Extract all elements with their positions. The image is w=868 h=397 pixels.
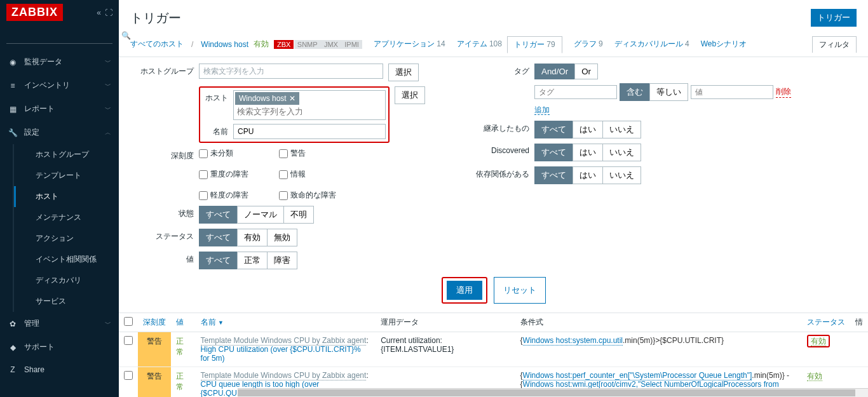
select-all-checkbox[interactable]: [124, 317, 133, 326]
reset-button[interactable]: リセット: [494, 277, 546, 304]
tab-items[interactable]: アイテム 108: [457, 39, 502, 50]
value-ok[interactable]: 正常: [237, 252, 268, 269]
status-link[interactable]: 有効: [807, 372, 822, 381]
row-checkbox[interactable]: [124, 336, 133, 345]
discovered-yes[interactable]: はい: [573, 144, 603, 161]
state-all[interactable]: すべて: [199, 206, 238, 224]
depends-no[interactable]: いいえ: [602, 166, 641, 184]
host-chip: Windows host ✕: [235, 92, 299, 105]
host-select-button[interactable]: 選択: [395, 86, 425, 104]
depends-yes[interactable]: はい: [573, 166, 603, 184]
tag-name-input[interactable]: [534, 85, 617, 99]
scrollbar-thumb[interactable]: [238, 389, 855, 396]
crumb-host[interactable]: Windows host: [201, 40, 248, 49]
chk-warning[interactable]: 警告: [279, 148, 349, 159]
template-link[interactable]: Template Module Windows CPU by Zabbix ag…: [201, 371, 367, 380]
apply-button[interactable]: 適用: [447, 281, 482, 300]
tab-graphs[interactable]: グラフ 9: [574, 39, 603, 50]
status-link[interactable]: 有効: [811, 337, 826, 346]
state-normal[interactable]: ノーマル: [237, 206, 284, 224]
host-input[interactable]: [235, 105, 384, 118]
sidebar-item-actions[interactable]: アクション: [14, 228, 119, 249]
status-group: すべて 有効 無効: [199, 229, 297, 246]
hostgroup-input[interactable]: [199, 64, 383, 79]
tag-value-input[interactable]: [691, 85, 773, 99]
tag-andor[interactable]: And/Or: [534, 64, 575, 79]
sidebar-item-correlation[interactable]: イベント相関関係: [14, 249, 119, 270]
chk-info[interactable]: 情報: [279, 169, 349, 180]
inherited-yes[interactable]: はい: [573, 121, 603, 138]
list-icon: ≡: [8, 81, 18, 90]
name-cell: Template Module Windows CPU by Zabbix ag…: [196, 332, 376, 367]
chart-icon: ▦: [8, 105, 18, 114]
tab-filter[interactable]: フィルタ: [812, 36, 857, 53]
sidebar-item-discovery[interactable]: ディスカバリ: [14, 270, 119, 291]
status-highlight: 有効: [807, 335, 830, 347]
sidebar-item-maintenance[interactable]: メンテナンス: [14, 207, 119, 228]
tab-discovery[interactable]: ディスカバリルール 4: [614, 39, 689, 50]
badge-snmp: SNMP: [294, 40, 321, 49]
horizontal-scrollbar[interactable]: [238, 388, 868, 397]
severity-checks: 未分類 警告 重度の障害 情報 軽度の障害 致命的な障害: [199, 148, 428, 201]
sidebar-item-services[interactable]: サービス: [14, 291, 119, 312]
name-input[interactable]: [233, 124, 386, 139]
trigger-link[interactable]: High CPU utilization (over {$CPU.UTIL.CR…: [201, 345, 361, 363]
chk-high[interactable]: 重度の障害: [199, 169, 269, 180]
tab-web[interactable]: Webシナリオ: [701, 39, 747, 50]
chk-disaster[interactable]: 致命的な障害: [279, 190, 349, 201]
create-trigger-button[interactable]: トリガー: [811, 9, 857, 27]
sidebar-toggle[interactable]: « ⛶: [97, 8, 112, 17]
discovered-no[interactable]: いいえ: [602, 144, 641, 161]
chk-notclassified[interactable]: 未分類: [199, 148, 269, 159]
expr-function-link[interactable]: Windows host:system.cpu.util: [523, 336, 623, 346]
severity-cell: 警告: [138, 332, 171, 367]
crumb-all-hosts[interactable]: すべてのホスト: [130, 39, 184, 50]
remove-host-icon[interactable]: ✕: [289, 94, 295, 103]
filter-panel: ホストグループ 選択 ホスト Windows host: [119, 57, 868, 313]
search-input[interactable]: [6, 29, 119, 43]
tag-add-link[interactable]: 追加: [534, 105, 550, 115]
discovered-all[interactable]: すべて: [534, 144, 573, 161]
nav-configuration[interactable]: 🔧 設定 ︿: [0, 121, 119, 144]
eye-icon: ◉: [8, 58, 18, 67]
row-checkbox[interactable]: [124, 371, 133, 380]
page-header: トリガー トリガー: [119, 0, 868, 32]
inherited-all[interactable]: すべて: [534, 121, 573, 138]
col-severity[interactable]: 深刻度: [138, 313, 171, 332]
col-status[interactable]: ステータス: [802, 313, 850, 332]
sidebar-search[interactable]: 🔍: [6, 29, 112, 44]
share-icon: Z: [8, 365, 18, 374]
inherited-no[interactable]: いいえ: [602, 121, 641, 138]
status-disabled[interactable]: 無効: [267, 229, 297, 246]
nav-support[interactable]: ◆ サポート: [0, 335, 119, 359]
hostgroup-select-button[interactable]: 選択: [388, 64, 419, 81]
nav-administration[interactable]: ✿ 管理 ﹀: [0, 312, 119, 335]
nav-share[interactable]: Z Share: [0, 359, 119, 380]
sidebar-item-templates[interactable]: テンプレート: [14, 165, 119, 186]
state-unknown[interactable]: 不明: [283, 206, 314, 224]
nav-label: サポート: [24, 342, 55, 353]
sidebar-item-hostgroups[interactable]: ホストグループ: [14, 144, 119, 165]
status-enabled[interactable]: 有効: [237, 229, 268, 246]
tag-delete-link[interactable]: 削除: [776, 86, 791, 98]
state-group: すべて ノーマル 不明: [199, 206, 314, 224]
nav-reports[interactable]: ▦ レポート ﹀: [0, 97, 119, 121]
depends-all[interactable]: すべて: [534, 166, 573, 184]
host-name-highlight: ホスト Windows host ✕ 名前: [199, 86, 390, 143]
col-value[interactable]: 値: [171, 313, 196, 332]
tag-contains[interactable]: 含む: [620, 83, 650, 101]
tab-applications[interactable]: アプリケーション 14: [374, 39, 445, 50]
tag-or[interactable]: Or: [574, 64, 598, 79]
template-link[interactable]: Template Module Windows CPU by Zabbix ag…: [201, 336, 367, 346]
chk-average[interactable]: 軽度の障害: [199, 190, 269, 201]
value-all[interactable]: すべて: [199, 252, 238, 269]
nav-monitoring[interactable]: ◉ 監視データ ﹀: [0, 50, 119, 74]
status-all[interactable]: すべて: [199, 229, 238, 246]
tag-equals[interactable]: 等しい: [649, 83, 688, 101]
col-name[interactable]: 名前 ▼: [196, 313, 376, 332]
value-problem[interactable]: 障害: [267, 252, 297, 269]
nav-inventory[interactable]: ≡ インベントリ ﹀: [0, 74, 119, 97]
sidebar-item-hosts[interactable]: ホスト: [14, 186, 119, 207]
support-icon: ◆: [8, 343, 18, 352]
tab-triggers[interactable]: トリガー 79: [507, 36, 562, 53]
